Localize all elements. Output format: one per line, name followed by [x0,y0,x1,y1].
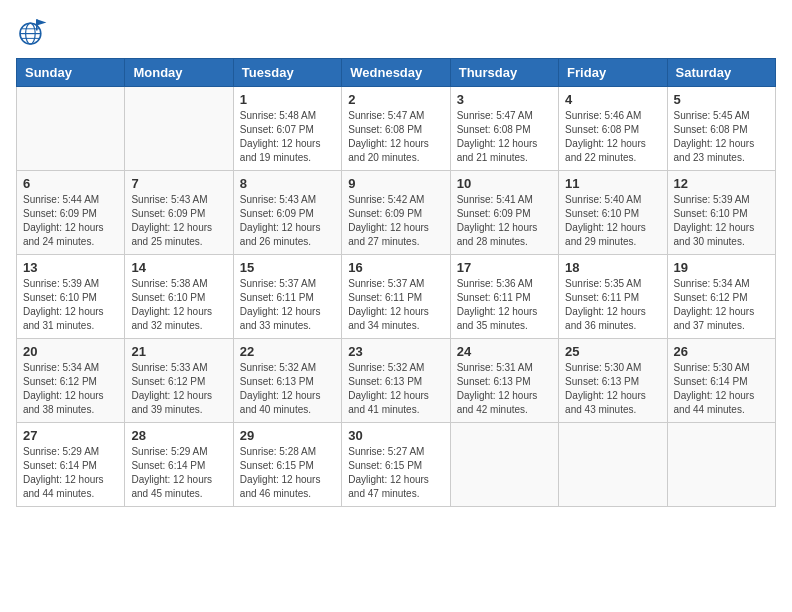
calendar-cell: 5Sunrise: 5:45 AM Sunset: 6:08 PM Daylig… [667,87,775,171]
day-info: Sunrise: 5:32 AM Sunset: 6:13 PM Dayligh… [240,361,335,417]
day-number: 30 [348,428,443,443]
calendar-cell: 26Sunrise: 5:30 AM Sunset: 6:14 PM Dayli… [667,339,775,423]
day-info: Sunrise: 5:39 AM Sunset: 6:10 PM Dayligh… [23,277,118,333]
logo-icon [16,16,48,48]
day-number: 9 [348,176,443,191]
calendar-cell: 22Sunrise: 5:32 AM Sunset: 6:13 PM Dayli… [233,339,341,423]
day-number: 19 [674,260,769,275]
day-info: Sunrise: 5:36 AM Sunset: 6:11 PM Dayligh… [457,277,552,333]
day-info: Sunrise: 5:27 AM Sunset: 6:15 PM Dayligh… [348,445,443,501]
calendar-week-5: 27Sunrise: 5:29 AM Sunset: 6:14 PM Dayli… [17,423,776,507]
calendar-week-3: 13Sunrise: 5:39 AM Sunset: 6:10 PM Dayli… [17,255,776,339]
calendar-cell: 21Sunrise: 5:33 AM Sunset: 6:12 PM Dayli… [125,339,233,423]
day-number: 17 [457,260,552,275]
day-number: 22 [240,344,335,359]
day-info: Sunrise: 5:37 AM Sunset: 6:11 PM Dayligh… [348,277,443,333]
day-info: Sunrise: 5:47 AM Sunset: 6:08 PM Dayligh… [348,109,443,165]
weekday-header-wednesday: Wednesday [342,59,450,87]
calendar-header-row: SundayMondayTuesdayWednesdayThursdayFrid… [17,59,776,87]
calendar-week-1: 1Sunrise: 5:48 AM Sunset: 6:07 PM Daylig… [17,87,776,171]
day-info: Sunrise: 5:28 AM Sunset: 6:15 PM Dayligh… [240,445,335,501]
weekday-header-tuesday: Tuesday [233,59,341,87]
calendar-cell: 11Sunrise: 5:40 AM Sunset: 6:10 PM Dayli… [559,171,667,255]
day-number: 2 [348,92,443,107]
day-info: Sunrise: 5:31 AM Sunset: 6:13 PM Dayligh… [457,361,552,417]
calendar-cell: 3Sunrise: 5:47 AM Sunset: 6:08 PM Daylig… [450,87,558,171]
calendar-cell [17,87,125,171]
day-info: Sunrise: 5:43 AM Sunset: 6:09 PM Dayligh… [240,193,335,249]
day-number: 6 [23,176,118,191]
calendar-cell: 6Sunrise: 5:44 AM Sunset: 6:09 PM Daylig… [17,171,125,255]
calendar-cell: 28Sunrise: 5:29 AM Sunset: 6:14 PM Dayli… [125,423,233,507]
day-number: 8 [240,176,335,191]
calendar-cell: 8Sunrise: 5:43 AM Sunset: 6:09 PM Daylig… [233,171,341,255]
calendar-cell: 27Sunrise: 5:29 AM Sunset: 6:14 PM Dayli… [17,423,125,507]
day-info: Sunrise: 5:29 AM Sunset: 6:14 PM Dayligh… [23,445,118,501]
day-number: 24 [457,344,552,359]
day-info: Sunrise: 5:46 AM Sunset: 6:08 PM Dayligh… [565,109,660,165]
day-number: 7 [131,176,226,191]
day-number: 23 [348,344,443,359]
day-info: Sunrise: 5:47 AM Sunset: 6:08 PM Dayligh… [457,109,552,165]
logo [16,16,54,48]
day-number: 12 [674,176,769,191]
day-info: Sunrise: 5:38 AM Sunset: 6:10 PM Dayligh… [131,277,226,333]
day-number: 26 [674,344,769,359]
calendar-cell: 14Sunrise: 5:38 AM Sunset: 6:10 PM Dayli… [125,255,233,339]
calendar-cell: 24Sunrise: 5:31 AM Sunset: 6:13 PM Dayli… [450,339,558,423]
day-info: Sunrise: 5:44 AM Sunset: 6:09 PM Dayligh… [23,193,118,249]
calendar-cell: 2Sunrise: 5:47 AM Sunset: 6:08 PM Daylig… [342,87,450,171]
day-number: 11 [565,176,660,191]
day-info: Sunrise: 5:29 AM Sunset: 6:14 PM Dayligh… [131,445,226,501]
calendar-cell [125,87,233,171]
day-number: 29 [240,428,335,443]
day-info: Sunrise: 5:35 AM Sunset: 6:11 PM Dayligh… [565,277,660,333]
day-info: Sunrise: 5:33 AM Sunset: 6:12 PM Dayligh… [131,361,226,417]
calendar-cell: 20Sunrise: 5:34 AM Sunset: 6:12 PM Dayli… [17,339,125,423]
day-number: 15 [240,260,335,275]
calendar-cell: 29Sunrise: 5:28 AM Sunset: 6:15 PM Dayli… [233,423,341,507]
page-header [16,16,776,48]
day-info: Sunrise: 5:39 AM Sunset: 6:10 PM Dayligh… [674,193,769,249]
day-info: Sunrise: 5:34 AM Sunset: 6:12 PM Dayligh… [23,361,118,417]
weekday-header-saturday: Saturday [667,59,775,87]
day-info: Sunrise: 5:45 AM Sunset: 6:08 PM Dayligh… [674,109,769,165]
calendar-week-4: 20Sunrise: 5:34 AM Sunset: 6:12 PM Dayli… [17,339,776,423]
calendar-table: SundayMondayTuesdayWednesdayThursdayFrid… [16,58,776,507]
day-number: 14 [131,260,226,275]
day-number: 25 [565,344,660,359]
day-number: 1 [240,92,335,107]
weekday-header-sunday: Sunday [17,59,125,87]
day-info: Sunrise: 5:30 AM Sunset: 6:14 PM Dayligh… [674,361,769,417]
calendar-cell: 13Sunrise: 5:39 AM Sunset: 6:10 PM Dayli… [17,255,125,339]
day-number: 13 [23,260,118,275]
day-number: 27 [23,428,118,443]
calendar-cell: 30Sunrise: 5:27 AM Sunset: 6:15 PM Dayli… [342,423,450,507]
day-number: 21 [131,344,226,359]
weekday-header-friday: Friday [559,59,667,87]
day-number: 18 [565,260,660,275]
day-number: 20 [23,344,118,359]
day-number: 28 [131,428,226,443]
weekday-header-thursday: Thursday [450,59,558,87]
calendar-cell: 10Sunrise: 5:41 AM Sunset: 6:09 PM Dayli… [450,171,558,255]
calendar-cell: 25Sunrise: 5:30 AM Sunset: 6:13 PM Dayli… [559,339,667,423]
day-info: Sunrise: 5:42 AM Sunset: 6:09 PM Dayligh… [348,193,443,249]
calendar-cell: 4Sunrise: 5:46 AM Sunset: 6:08 PM Daylig… [559,87,667,171]
day-info: Sunrise: 5:32 AM Sunset: 6:13 PM Dayligh… [348,361,443,417]
calendar-cell: 15Sunrise: 5:37 AM Sunset: 6:11 PM Dayli… [233,255,341,339]
calendar-cell: 17Sunrise: 5:36 AM Sunset: 6:11 PM Dayli… [450,255,558,339]
calendar-cell: 23Sunrise: 5:32 AM Sunset: 6:13 PM Dayli… [342,339,450,423]
weekday-header-monday: Monday [125,59,233,87]
calendar-cell [450,423,558,507]
calendar-cell: 16Sunrise: 5:37 AM Sunset: 6:11 PM Dayli… [342,255,450,339]
calendar-week-2: 6Sunrise: 5:44 AM Sunset: 6:09 PM Daylig… [17,171,776,255]
day-info: Sunrise: 5:37 AM Sunset: 6:11 PM Dayligh… [240,277,335,333]
day-info: Sunrise: 5:40 AM Sunset: 6:10 PM Dayligh… [565,193,660,249]
day-number: 4 [565,92,660,107]
day-number: 3 [457,92,552,107]
day-info: Sunrise: 5:41 AM Sunset: 6:09 PM Dayligh… [457,193,552,249]
calendar-cell: 1Sunrise: 5:48 AM Sunset: 6:07 PM Daylig… [233,87,341,171]
calendar-cell: 12Sunrise: 5:39 AM Sunset: 6:10 PM Dayli… [667,171,775,255]
calendar-cell: 7Sunrise: 5:43 AM Sunset: 6:09 PM Daylig… [125,171,233,255]
